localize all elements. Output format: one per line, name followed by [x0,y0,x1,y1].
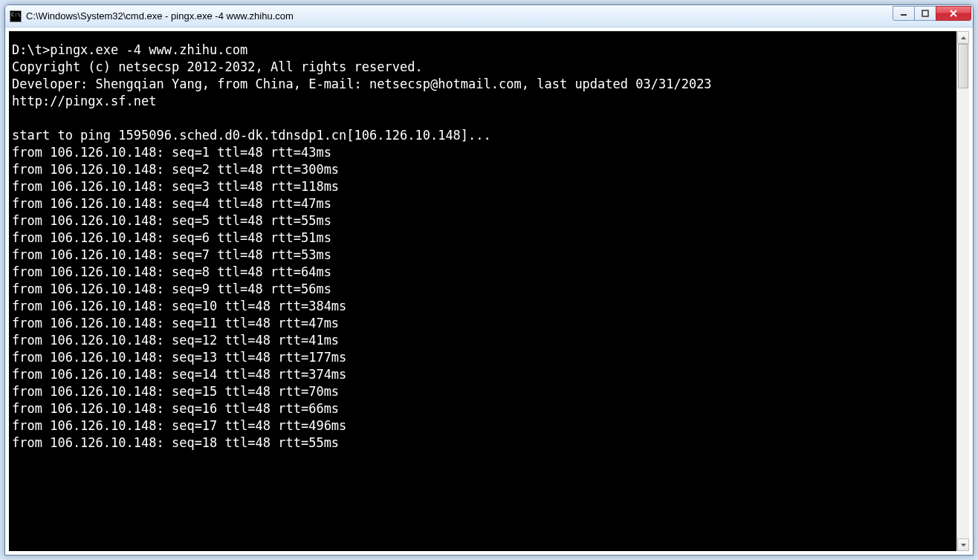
cmd-icon [10,10,22,22]
terminal-output[interactable]: D:\t>pingx.exe -4 www.zhihu.com Copyrigh… [9,31,956,551]
scrollbar-track[interactable] [957,44,969,538]
chevron-up-icon [961,36,966,39]
scroll-down-button[interactable] [957,538,969,551]
window-title: C:\Windows\System32\cmd.exe - pingx.exe … [26,10,893,22]
scrollbar-thumb[interactable] [958,44,968,88]
close-icon [949,10,958,17]
chevron-down-icon [961,544,966,547]
window-controls [893,6,971,21]
close-button[interactable] [936,6,971,21]
vertical-scrollbar[interactable] [956,31,969,551]
minimize-icon [900,10,907,17]
minimize-button[interactable] [893,6,915,21]
client-area: D:\t>pingx.exe -4 www.zhihu.com Copyrigh… [5,27,973,555]
svg-rect-0 [901,14,907,16]
maximize-button[interactable] [914,6,936,21]
scroll-up-button[interactable] [957,31,969,44]
svg-rect-1 [922,10,928,16]
maximize-icon [922,10,929,17]
cmd-window: C:\Windows\System32\cmd.exe - pingx.exe … [4,4,974,556]
titlebar[interactable]: C:\Windows\System32\cmd.exe - pingx.exe … [5,5,973,27]
